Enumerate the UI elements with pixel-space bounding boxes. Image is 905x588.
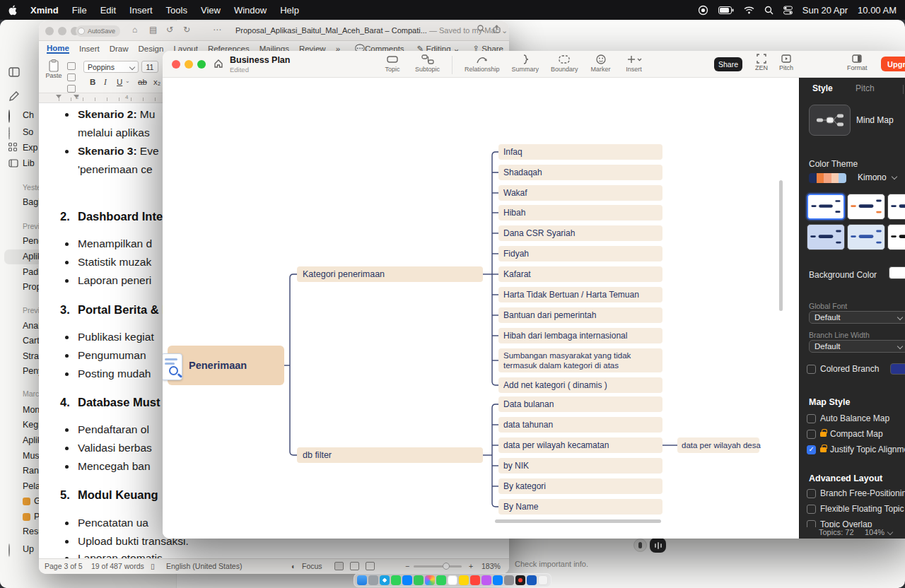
focus-button[interactable]: Focus (302, 562, 322, 570)
home-icon[interactable]: ⌂ (132, 25, 137, 35)
justify-alignment-checkbox[interactable] (807, 445, 816, 454)
proofing-icon[interactable]: ▯ (151, 562, 155, 570)
auto-balance-checkbox[interactable] (807, 414, 816, 423)
word-count[interactable]: 19 of 487 words (91, 562, 144, 570)
indent-marker[interactable] (56, 95, 62, 98)
boundary-button[interactable]: Boundary (551, 54, 578, 73)
child-topic[interactable]: data per wilayah kecamatan (498, 437, 662, 453)
share-button[interactable]: Share (714, 57, 742, 71)
theme-thumbnail-selected[interactable] (807, 194, 845, 220)
redo-icon[interactable]: ↻ (183, 25, 190, 35)
apple-menu[interactable] (8, 5, 17, 16)
pitch-button[interactable]: Pitch (779, 54, 793, 71)
minimize-button[interactable] (58, 27, 66, 35)
share-titlebar-icon[interactable] (493, 25, 501, 35)
tab-home[interactable]: Home (47, 44, 69, 54)
dock-maps[interactable] (414, 575, 424, 585)
child-topic[interactable]: Dana CSR Syariah (498, 225, 662, 241)
more-icon[interactable]: ⋯ (213, 25, 221, 35)
read-mode-icon[interactable] (334, 562, 344, 570)
menu-insert[interactable]: Insert (129, 5, 153, 16)
spotlight-icon[interactable] (764, 6, 773, 15)
grandchild-topic[interactable]: data per wilayah desa (677, 437, 759, 453)
zoom-out-button[interactable]: − (405, 562, 409, 570)
close-button[interactable] (45, 27, 54, 35)
canvas-zoom-level[interactable]: 104% (865, 528, 884, 536)
format-button[interactable]: Format (847, 54, 868, 71)
branch-color-swatch[interactable] (890, 363, 905, 375)
marker-button[interactable]: Marker (590, 54, 612, 73)
branch-topic[interactable]: Kategori penerimaan (297, 266, 483, 282)
upgrade-button[interactable]: Upgrade (881, 57, 905, 71)
dock-podcasts[interactable] (481, 575, 491, 585)
tab-draw[interactable]: Draw (110, 45, 129, 53)
topic-button[interactable]: Topic (382, 54, 403, 73)
dock-app-store[interactable] (493, 575, 503, 585)
attachment-sticker-icon[interactable] (163, 353, 182, 380)
theme-select[interactable]: Kimono (858, 172, 887, 182)
dock-mail[interactable] (402, 575, 412, 585)
menu-window[interactable]: Window (234, 5, 267, 16)
branch-line-width-select[interactable]: Default (809, 340, 905, 353)
indent-marker[interactable] (74, 95, 79, 98)
child-topic[interactable]: Hibah (498, 205, 662, 220)
page-indicator[interactable]: Page 3 of 5 (45, 562, 83, 570)
background-color-swatch[interactable] (889, 266, 905, 279)
save-icon[interactable]: ▤ (149, 25, 157, 35)
copy-icon[interactable] (67, 74, 76, 81)
dictate-button[interactable] (634, 539, 647, 552)
sidebar-item-explore[interactable]: Exp (23, 141, 38, 154)
dock-photos[interactable] (425, 575, 435, 585)
branch-topic[interactable]: db filter (297, 447, 483, 463)
child-topic[interactable]: Wakaf (498, 185, 662, 201)
battery-icon[interactable] (718, 6, 734, 14)
subtopic-button[interactable]: Subtopic (415, 54, 440, 73)
zen-mode-button[interactable]: ZEN (755, 54, 768, 71)
zoom-in-button[interactable]: + (469, 562, 473, 570)
voice-mode-button[interactable] (650, 538, 666, 553)
dock-launchpad[interactable] (368, 575, 378, 585)
dock-calendar[interactable] (448, 575, 457, 585)
theme-thumbnail[interactable] (807, 224, 845, 250)
dock-notes[interactable] (459, 575, 469, 585)
web-layout-icon[interactable] (366, 562, 375, 570)
strikethrough-button[interactable]: ab (138, 78, 147, 86)
menu-help[interactable]: Help (280, 5, 299, 16)
horizontal-scrollbar[interactable] (495, 519, 661, 523)
summary-button[interactable]: Summary (512, 54, 539, 73)
child-topic[interactable]: Fidyah (498, 246, 662, 261)
theme-color-strip[interactable] (809, 173, 846, 183)
home-icon[interactable] (214, 59, 223, 71)
wifi-icon[interactable] (744, 6, 754, 14)
compact-map-checkbox[interactable] (807, 430, 816, 439)
root-topic[interactable]: Penerimaan (168, 346, 284, 385)
insert-button[interactable]: Insert (624, 54, 645, 73)
sidebar-toggle-icon[interactable] (8, 66, 20, 78)
menu-date[interactable]: Sun 20 Apr (802, 5, 848, 16)
child-topic[interactable]: Harta Tidak Bertuan / Harta Temuan (498, 287, 662, 302)
dock-finder[interactable] (357, 575, 367, 585)
branch-free-positioning-checkbox[interactable] (807, 489, 816, 498)
relationship-button[interactable]: Relationship (465, 54, 500, 73)
tab-design[interactable]: Design (139, 45, 164, 53)
theme-thumbnail[interactable] (887, 224, 905, 250)
panel-tab-pitch[interactable]: Pitch (856, 83, 875, 93)
mindmap-canvas[interactable]: Penerimaan Kategori penerimaan db filter… (163, 78, 799, 539)
new-chat-icon[interactable] (8, 90, 20, 102)
zoom-slider-knob[interactable] (443, 563, 450, 570)
zoom-level[interactable]: 183% (481, 562, 501, 570)
child-topic[interactable]: Shadaqah (498, 165, 662, 180)
child-topic[interactable]: Bantuan dari pemerintah (498, 307, 662, 323)
dock-word[interactable] (527, 575, 537, 585)
child-topic[interactable]: By Name (498, 499, 662, 514)
menu-file[interactable]: File (72, 5, 87, 16)
sidebar-upgrade-item[interactable]: Up (23, 543, 34, 555)
theme-thumbnail[interactable] (847, 224, 885, 250)
bold-button[interactable]: B (90, 78, 95, 86)
theme-thumbnail[interactable] (847, 194, 885, 220)
paste-button[interactable]: Paste (43, 59, 64, 90)
focus-icon[interactable]: ◐ (291, 562, 296, 570)
child-topic[interactable]: Data bulanan (498, 396, 662, 412)
menu-time[interactable]: 10.00 AM (858, 5, 897, 16)
child-topic[interactable]: Add net kategori ( dinamis ) (498, 377, 662, 393)
